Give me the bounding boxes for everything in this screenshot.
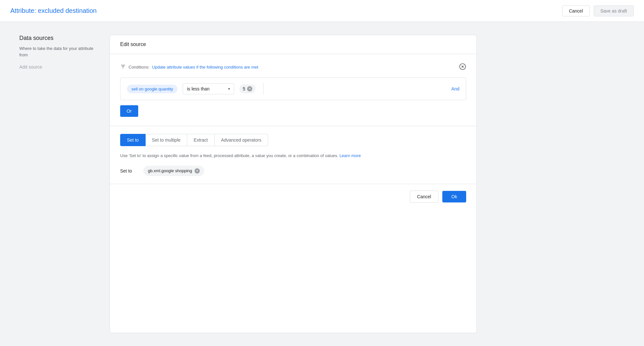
tab-description-text: Use 'Set to' to assign a specific value … xyxy=(120,153,338,158)
footer-cancel-button[interactable]: Cancel xyxy=(410,191,439,203)
tab-set-to[interactable]: Set to xyxy=(120,134,146,146)
footer-ok-button[interactable]: Ok xyxy=(442,191,466,202)
conditions-header: Conditions: Update attribute values if t… xyxy=(120,63,466,71)
page-title: Attribute: excluded destination xyxy=(10,7,97,14)
conditions-close-button[interactable] xyxy=(459,63,466,71)
add-source-link[interactable]: Add source xyxy=(19,64,97,70)
edit-source-title: Edit source xyxy=(120,42,466,47)
condition-row: sell on google quantity is less than ▾ 5… xyxy=(120,78,466,100)
tabs-row: Set to Set to multiple Extract Advanced … xyxy=(120,134,466,146)
condition-value-remove-button[interactable]: ✕ xyxy=(247,86,252,91)
tab-advanced-operators[interactable]: Advanced operators xyxy=(215,134,268,146)
set-to-value-chip: gb.xml.google shopping ✕ xyxy=(143,166,204,176)
title-prefix: Attribute: xyxy=(10,7,38,14)
condition-field-chip: sell on google quantity xyxy=(127,85,178,93)
operator-label: is less than xyxy=(187,86,209,91)
title-highlight: excluded destination xyxy=(38,7,97,14)
conditions-link[interactable]: Update attribute values if the following… xyxy=(152,65,258,70)
tabs-section: Set to Set to multiple Extract Advanced … xyxy=(110,126,476,184)
set-to-value: gb.xml.google shopping xyxy=(148,168,192,173)
and-link[interactable]: And xyxy=(451,86,459,91)
tab-description: Use 'Set to' to assign a specific value … xyxy=(120,153,466,159)
sidebar-description: Where to take the data for your attribut… xyxy=(19,45,97,58)
set-to-value-remove-button[interactable]: ✕ xyxy=(195,168,200,173)
condition-value: 5 xyxy=(243,86,245,91)
header-save-draft-button[interactable]: Save as draft xyxy=(594,5,634,16)
tab-set-to-multiple[interactable]: Set to multiple xyxy=(146,134,187,146)
condition-divider xyxy=(263,83,264,95)
conditions-text-prefix: Conditions: xyxy=(129,65,149,70)
sidebar-title: Data sources xyxy=(19,35,97,42)
set-to-label: Set to xyxy=(120,168,139,173)
condition-operator-select[interactable]: is less than ▾ xyxy=(183,83,234,94)
main-content: Data sources Where to take the data for … xyxy=(0,22,644,346)
edit-source-header: Edit source xyxy=(110,35,476,54)
sidebar: Data sources Where to take the data for … xyxy=(19,35,97,333)
set-to-row: Set to gb.xml.google shopping ✕ xyxy=(120,166,466,176)
filter-icon xyxy=(120,64,126,71)
conditions-label: Conditions: Update attribute values if t… xyxy=(120,64,258,71)
chevron-down-icon: ▾ xyxy=(228,87,230,91)
edit-source-card: Edit source Conditions: Update attribute xyxy=(110,35,477,333)
condition-value-chip: 5 ✕ xyxy=(239,84,255,93)
tab-extract[interactable]: Extract xyxy=(187,134,215,146)
learn-more-link[interactable]: Learn more xyxy=(340,153,361,158)
header-actions: Cancel Save as draft xyxy=(562,5,634,16)
or-button[interactable]: Or xyxy=(120,105,138,117)
card-footer: Cancel Ok xyxy=(110,184,476,209)
header-cancel-button[interactable]: Cancel xyxy=(562,5,590,16)
top-header: Attribute: excluded destination Cancel S… xyxy=(0,0,644,22)
conditions-section: Conditions: Update attribute values if t… xyxy=(110,54,476,126)
